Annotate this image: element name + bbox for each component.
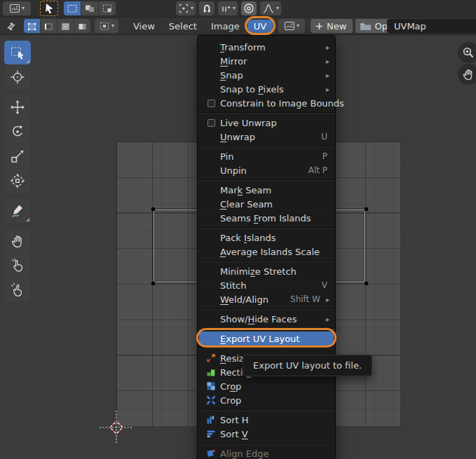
menu-item-label: Show/Hide Faces (220, 314, 322, 324)
menu-item-mark-seam[interactable]: Mark Seam (198, 183, 335, 197)
grab-hand-icon (11, 233, 25, 249)
menu-item-clear-seam[interactable]: Clear Seam (198, 197, 335, 211)
dotted-rect-icon (67, 3, 78, 14)
menu-select[interactable]: Select (163, 20, 203, 33)
menu-item-crop-2[interactable]: Crop (198, 393, 335, 407)
menu-image[interactable]: Image (205, 20, 246, 33)
snap-toggle-button[interactable] (199, 1, 215, 15)
menu-uv[interactable]: UV (247, 20, 273, 33)
tool-transform-button[interactable] (4, 169, 31, 193)
tool-cursor-button[interactable] (4, 65, 31, 89)
uv-island-icon (77, 21, 88, 32)
select-mode-subtract-button[interactable] (99, 1, 116, 15)
menu-item-label: Sort V (220, 429, 329, 439)
tool-relax-button[interactable] (4, 254, 31, 278)
menu-item-weld-align[interactable]: Weld/AlignShift W▸ (198, 292, 335, 306)
menu-item-unpin[interactable]: UnpinAlt P (198, 163, 335, 177)
tool-scale-button[interactable] (4, 144, 31, 168)
menu-item-label: Mirror (220, 56, 322, 67)
menu-item-mirror[interactable]: Mirror▸ (198, 54, 335, 68)
menu-item-constrain-to-image-bounds[interactable]: Constrain to Image Bounds (198, 96, 335, 110)
checkbox-constrain-to-image-bounds[interactable] (208, 100, 215, 107)
submenu-arrow-icon: ▸ (322, 296, 329, 303)
falloff-button[interactable]: ▾ (260, 1, 281, 15)
uv-select-mode-edge-button[interactable] (41, 19, 57, 33)
menu-item-stitch[interactable]: StitchV (198, 278, 335, 292)
menu-item-seams-from-islands[interactable]: Seams From Islands (198, 211, 335, 225)
pan-button[interactable] (458, 64, 476, 85)
image-selector-button[interactable]: ▾ (278, 19, 305, 33)
menu-item-sort-h[interactable]: Sort H (198, 413, 335, 427)
rotate-icon (10, 124, 25, 139)
plus-icon (315, 22, 324, 31)
menu-item-label: Minimize Stretch (220, 266, 329, 277)
menu-item-unwrap[interactable]: UnwrapU (198, 130, 335, 144)
uvmap-value: UVMap (394, 21, 426, 32)
pivot-button[interactable]: ▾ (176, 1, 196, 15)
menu-item-label: Stitch (220, 280, 322, 291)
menu-item-transform[interactable]: Transform▸ (198, 40, 335, 54)
tool-annotate-button[interactable] (4, 199, 31, 223)
select-mode-extend-button[interactable] (81, 1, 98, 15)
tool-tweak-select-button[interactable] (4, 41, 31, 64)
menu-item-minimize-stretch[interactable]: Minimize Stretch (198, 264, 335, 278)
more-tools-indicator (26, 218, 29, 221)
uv-vertex[interactable] (365, 282, 368, 285)
relax-hand-icon (11, 258, 25, 273)
crop-x-icon (206, 395, 216, 405)
uv-edge-icon (43, 21, 54, 32)
menu-item-export-uv-layout[interactable]: Export UV Layout (199, 331, 334, 345)
menu-item-label: Align Edge (220, 448, 329, 459)
sticky-select-button[interactable]: ▾ (95, 19, 118, 33)
active-tool-indicator[interactable] (40, 1, 58, 16)
tool-rotate-button[interactable] (4, 120, 31, 144)
menu-item-snap[interactable]: Snap▸ (198, 68, 335, 82)
uv-sync-selection-toggle[interactable] (3, 19, 20, 33)
menu-item-align-edge[interactable]: Align Edge (198, 446, 335, 459)
uv-select-mode-island-button[interactable] (74, 19, 90, 33)
menu-item-crop[interactable]: Crop (198, 379, 335, 393)
menu-item-pack-islands[interactable]: Pack Islands (198, 231, 335, 245)
menu-item-label: Export UV Layout (220, 334, 329, 344)
menu-item-label: Pin (220, 151, 322, 162)
sort-h-icon (206, 415, 216, 425)
snap-target-button[interactable]: ▾ (218, 1, 238, 15)
checkbox-live-unwrap[interactable] (208, 119, 215, 127)
uv-select-mode-face-button[interactable] (57, 19, 74, 33)
uv-vertex[interactable] (151, 282, 155, 285)
editor-type-button[interactable]: ▾ (3, 1, 31, 15)
tool-pinch-button[interactable] (4, 278, 31, 302)
menu-item-show-hide-faces[interactable]: Show/Hide Faces▸ (198, 312, 335, 326)
menu-view[interactable]: View (127, 20, 161, 33)
menu-item-label: Unpin (220, 165, 308, 176)
tool-grab-button[interactable] (4, 229, 31, 253)
uv-vertex[interactable] (365, 207, 368, 211)
crop-squares-icon (206, 381, 216, 391)
new-image-button[interactable]: New (311, 19, 353, 33)
uv-vertex[interactable] (151, 207, 155, 211)
menu-item-pin[interactable]: PinP (198, 149, 335, 163)
menu-separator (198, 328, 335, 329)
menu-item-snap-to-pixels[interactable]: Snap to Pixels▸ (198, 82, 335, 96)
uv-dropdown-menu: Transform▸Mirror▸Snap▸Snap to Pixels▸Con… (197, 35, 336, 459)
zoom-in-button[interactable] (458, 42, 476, 63)
uv-select-mode-group (24, 19, 90, 33)
menu-item-live-unwrap[interactable]: Live Unwrap (198, 116, 335, 130)
menubar: ViewSelectImageUV (127, 20, 273, 33)
menu-item-shortcut: U (321, 132, 327, 142)
select-mode-new-button[interactable] (64, 1, 81, 15)
menu-item-label: Seams From Islands (220, 213, 329, 224)
menu-item-sort-v[interactable]: Sort V (198, 427, 335, 441)
new-button-label: New (327, 21, 346, 32)
tool-move-button[interactable] (4, 95, 31, 119)
uv-select-mode-vertex-button[interactable] (24, 19, 40, 33)
uvmap-name-field[interactable]: UVMap (387, 19, 476, 34)
menu-item-average-islands-scale[interactable]: Average Islands Scale (198, 245, 335, 259)
proportional-edit-button[interactable] (241, 1, 257, 15)
prop-circles-icon (243, 3, 254, 14)
annotate-icon (10, 203, 25, 219)
uv-face-icon (60, 21, 71, 32)
sticky-select-icon (99, 20, 110, 32)
select-mode-group (64, 1, 116, 15)
menu-item-shortcut: Shift W (290, 294, 320, 304)
